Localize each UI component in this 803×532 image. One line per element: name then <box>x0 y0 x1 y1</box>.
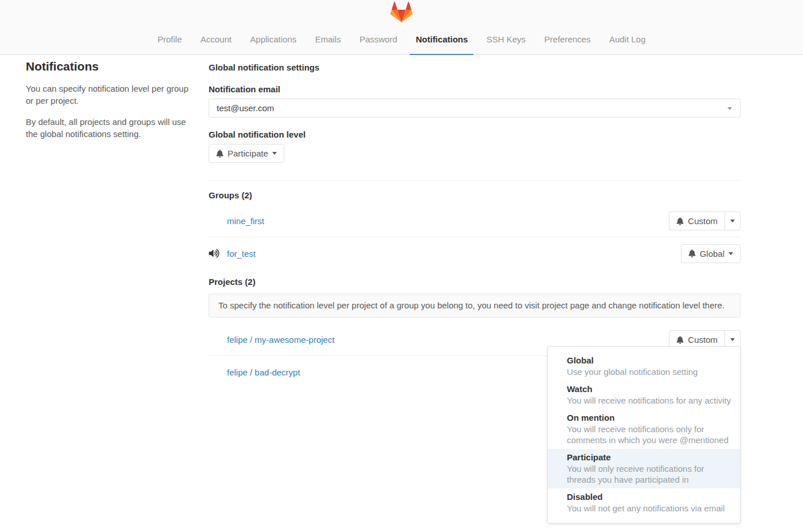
projects-heading: Projects (2) <box>209 277 741 287</box>
dropdown-item-description: You will not get any notifications via e… <box>567 503 733 514</box>
bell-icon <box>676 336 684 344</box>
sidebar-description-2: By default, all projects and groups will… <box>26 116 198 140</box>
group-level-button-label: Custom <box>688 216 718 226</box>
chevron-down-icon <box>730 220 735 222</box>
page-title: Notifications <box>26 60 198 73</box>
projects-info-note: To specify the notification level per pr… <box>209 294 741 318</box>
dropdown-item-global[interactable]: Global Use your global notification sett… <box>548 352 740 381</box>
dropdown-item-title: Watch <box>567 384 733 395</box>
dropdown-item-title: Disabled <box>567 491 733 503</box>
gitlab-logo[interactable] <box>390 2 413 22</box>
tab-password[interactable]: Password <box>354 27 403 55</box>
bell-icon <box>216 150 224 158</box>
group-level-button-label: Global <box>700 249 724 259</box>
tab-emails[interactable]: Emails <box>310 27 347 55</box>
group-level-split-button: Custom <box>669 212 741 230</box>
dropdown-item-description: You will only receive notifications for … <box>567 463 733 485</box>
group-row-mine-first: mine_first Custom <box>209 205 741 237</box>
tab-applications[interactable]: Applications <box>244 27 302 55</box>
group-level-button[interactable]: Global <box>681 244 741 263</box>
global-notification-level-button[interactable]: Participate <box>209 144 284 163</box>
project-link-bad-decrypt[interactable]: felipe / bad-decrypt <box>227 367 300 377</box>
dropdown-item-description: Use your global notification setting <box>567 366 733 377</box>
header: Profile Account Applications Emails Pass… <box>0 0 803 55</box>
chevron-down-icon <box>272 152 277 155</box>
notification-email-select[interactable]: test@user.com <box>209 99 741 118</box>
profile-settings-tabs: Profile Account Applications Emails Pass… <box>0 27 803 55</box>
main-content: Global notification settings Notificatio… <box>209 55 741 388</box>
dropdown-item-description: You will receive notifications for any a… <box>567 395 733 406</box>
chevron-down-icon <box>728 252 733 255</box>
group-row-for-test: for_test Global <box>209 237 741 269</box>
dropdown-item-participate[interactable]: Participate You will only receive notifi… <box>548 449 740 488</box>
dropdown-item-description: You will receive notifications only for … <box>567 424 733 445</box>
project-level-button-label: Custom <box>688 335 718 345</box>
dropdown-item-watch[interactable]: Watch You will receive notifications for… <box>548 381 740 409</box>
volume-up-icon <box>209 249 227 258</box>
groups-heading: Groups (2) <box>209 190 741 200</box>
groups-list: mine_first Custom for_test Global <box>209 205 741 269</box>
dropdown-item-title: Participate <box>567 452 733 463</box>
gitlab-tanuki-icon <box>390 2 413 22</box>
notification-email-label: Notification email <box>209 84 741 94</box>
tab-audit-log[interactable]: Audit Log <box>604 27 651 55</box>
global-notification-level-label: Global notification level <box>209 130 741 139</box>
tab-preferences[interactable]: Preferences <box>539 27 597 55</box>
dropdown-item-on-mention[interactable]: On mention You will receive notification… <box>548 409 740 449</box>
global-settings-heading: Global notification settings <box>209 62 741 72</box>
chevron-down-icon <box>730 338 735 341</box>
project-link-my-awesome-project[interactable]: felipe / my-awesome-project <box>227 335 335 345</box>
group-link-mine-first[interactable]: mine_first <box>227 216 264 226</box>
group-link-for-test[interactable]: for_test <box>227 249 256 259</box>
dropdown-item-disabled[interactable]: Disabled You will not get any notificati… <box>548 488 740 517</box>
bell-icon <box>676 217 684 225</box>
notification-email-value: test@user.com <box>217 103 274 113</box>
section-divider <box>209 180 741 181</box>
level-button-label: Participate <box>228 148 268 158</box>
tab-account[interactable]: Account <box>195 27 237 55</box>
dropdown-item-title: On mention <box>567 412 733 424</box>
sidebar: Notifications You can specify notificati… <box>26 60 198 148</box>
notification-level-dropdown: Global Use your global notification sett… <box>547 346 741 523</box>
tab-notifications[interactable]: Notifications <box>410 27 473 55</box>
dropdown-item-title: Global <box>567 355 733 366</box>
group-level-caret-button[interactable] <box>725 212 741 230</box>
tab-profile[interactable]: Profile <box>152 27 188 55</box>
tab-ssh-keys[interactable]: SSH Keys <box>481 27 531 55</box>
group-level-button[interactable]: Custom <box>669 212 725 230</box>
sidebar-description-1: You can specify notification level per g… <box>26 83 198 107</box>
chevron-down-icon <box>727 107 732 110</box>
bell-icon <box>688 249 696 257</box>
